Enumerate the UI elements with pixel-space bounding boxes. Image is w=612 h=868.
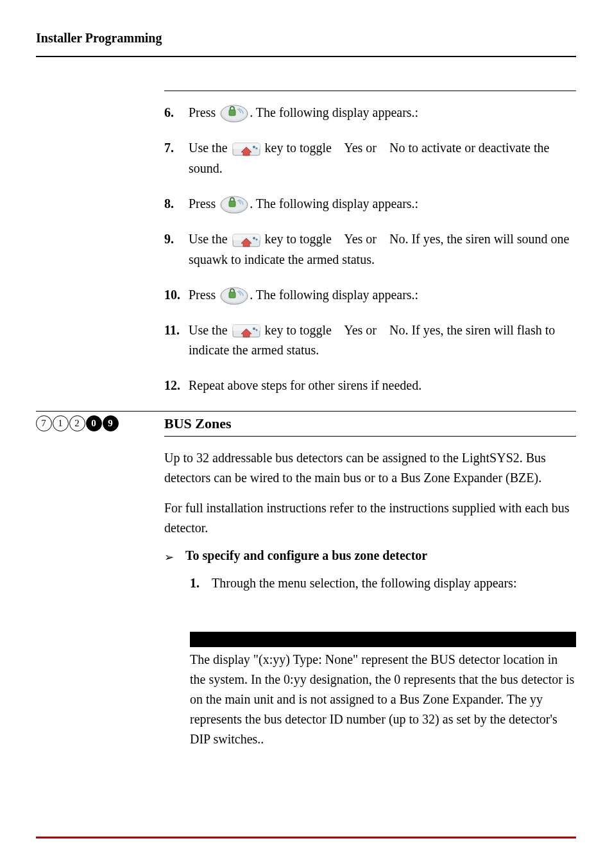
note-block: The display "(x:yy) Type: None" represen… [190, 632, 576, 749]
step-text-pre: Use the [189, 232, 231, 246]
instruction-step: 10.Press . The following display appears… [164, 285, 576, 305]
instruction-step: 11.Use the key to toggle Yes or No. If y… [164, 320, 576, 360]
step-body: Use the key to toggle Yes or No. If yes,… [189, 229, 576, 269]
section-code-digit: 0 [86, 415, 102, 431]
procedure-step: 1. Through the menu selection, the follo… [190, 573, 576, 593]
section-para-1: Up to 32 addressable bus detectors can b… [164, 448, 576, 488]
section-title: BUS Zones [164, 415, 576, 437]
disarm-key-icon [220, 287, 248, 305]
step-number: 8. [164, 194, 189, 214]
step-text-post: . The following display appears.: [250, 288, 418, 302]
step-text-pre: Use the [189, 141, 231, 155]
step-number: 12. [164, 376, 189, 395]
arrow-icon: ➢ [164, 548, 174, 567]
instruction-step: 8.Press . The following display appears.… [164, 194, 576, 214]
instruction-step: 12.Repeat above steps for other sirens i… [164, 376, 576, 395]
procedure-title: To specify and configure a bus zone dete… [185, 548, 427, 563]
step-text-pre: Press [189, 105, 219, 119]
page-header: Installer Programming [36, 31, 576, 57]
step-number: 7. [164, 138, 189, 158]
step-number: 10. [164, 285, 189, 305]
stay-key-icon [232, 141, 260, 159]
note-bar [190, 632, 576, 647]
note-text: The display "(x:yy) Type: None" represen… [190, 647, 576, 749]
step-text-pre: Use the [189, 323, 231, 337]
stay-key-icon [232, 322, 260, 340]
section-code-digit: 1 [53, 415, 69, 431]
section-row: 71209 BUS Zones Up to 32 addressable bus… [36, 411, 576, 749]
disarm-key-icon [220, 196, 248, 214]
content-area: 6.Press . The following display appears.… [164, 91, 576, 749]
step-text-pre: Repeat above steps for other sirens if n… [189, 378, 421, 392]
step-body: Repeat above steps for other sirens if n… [189, 376, 576, 395]
step-body: Use the key to toggle Yes or No. If yes,… [189, 320, 576, 360]
step-text-pre: Press [189, 196, 219, 211]
instruction-step: 6.Press . The following display appears.… [164, 103, 576, 123]
section-code-digit: 2 [69, 415, 85, 431]
step-number: 6. [164, 103, 189, 123]
section-code-digit: 9 [103, 415, 119, 431]
step-body: Press . The following display appears.: [189, 194, 576, 214]
procedure-heading: ➢ To specify and configure a bus zone de… [164, 548, 576, 567]
disarm-key-icon [220, 105, 248, 123]
stay-key-icon [232, 232, 260, 250]
step-body: Use the key to toggle Yes or No to activ… [189, 138, 576, 178]
instruction-step: 7.Use the key to toggle Yes or No to act… [164, 138, 576, 178]
step-text-pre: Press [189, 288, 219, 302]
section-para-2: For full installation instructions refer… [164, 498, 576, 538]
step-text-post: . The following display appears.: [250, 196, 418, 211]
step-body: Press . The following display appears.: [189, 285, 576, 305]
step-body: Press . The following display appears.: [189, 103, 576, 123]
step-number: 9. [164, 229, 189, 249]
instruction-step: 9.Use the key to toggle Yes or No. If ye… [164, 229, 576, 269]
section-code-digit: 7 [36, 415, 52, 431]
section-code: 71209 [36, 415, 164, 431]
step-number: 11. [164, 320, 189, 340]
step-text: Through the menu selection, the followin… [212, 573, 516, 593]
step-number: 1. [190, 573, 212, 593]
step-text-post: . The following display appears.: [250, 105, 418, 119]
footer-rule [36, 837, 576, 838]
